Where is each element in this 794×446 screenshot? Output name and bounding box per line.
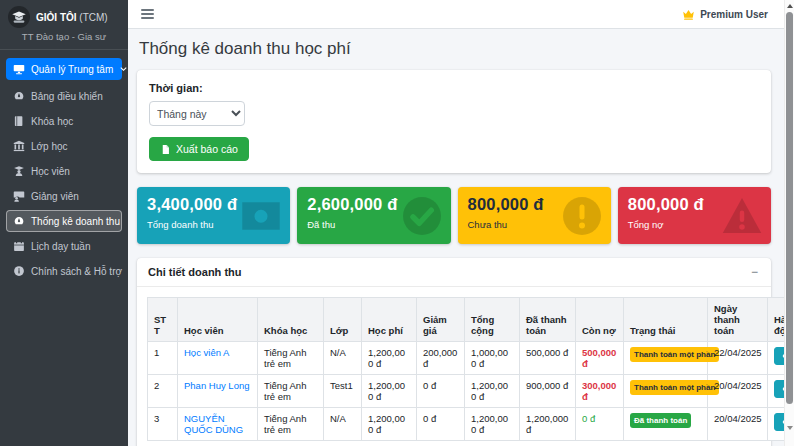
cell-debt: 300,000 đ	[576, 375, 624, 408]
sidebar-item-thong-ke-doanh-thu[interactable]: Thống kê doanh thu	[6, 210, 122, 232]
column-header: Hành động	[768, 298, 785, 342]
revenue-detail-card: Chi tiết doanh thu − STTHọc viênKhóa học…	[137, 258, 771, 446]
sidebar-item-hoc-vien[interactable]: Học viên	[6, 160, 122, 182]
student-link[interactable]: NGUYỄN QUỐC DŨNG	[184, 413, 243, 435]
revenue-detail-card-body: STTHọc viênKhóa họcLớpHọc phíGiảm giáTổn…	[137, 287, 771, 446]
cell-stt: 1	[148, 342, 178, 375]
page-scrollbar[interactable]	[784, 0, 794, 446]
brand: GIỎI TÔI (TCM) TT Đào tạo - Gia sư	[0, 0, 128, 50]
minus-icon: −	[751, 265, 758, 279]
cell-action	[768, 408, 785, 441]
chevron-down-icon	[119, 65, 128, 74]
cell-fee: 1,200,000 đ	[362, 342, 417, 375]
cell-action	[768, 342, 785, 375]
chart-icon	[13, 215, 25, 227]
cell-total: 1,200,000 đ	[465, 375, 520, 408]
sidebar-item-quan-ly-trung-tam[interactable]: Quản lý Trung tâm	[6, 58, 122, 80]
sidebar-item-label: Giảng viên	[31, 191, 79, 202]
cell-total: 1,200,000 đ	[465, 408, 520, 441]
cell-discount: 0 đ	[417, 408, 465, 441]
stat-card-tong-no: 800,000 đTổng nợ	[618, 187, 771, 244]
cell-status: Đã thanh toán	[624, 408, 708, 441]
column-header: Khóa học	[258, 298, 324, 342]
cell-paid: 500,000 đ	[520, 342, 576, 375]
calendar-icon	[13, 240, 25, 252]
export-report-label: Xuất báo cáo	[176, 143, 238, 155]
cell-student: Học viên A	[178, 342, 258, 375]
menu-toggle-button[interactable]	[139, 6, 156, 22]
cell-payment-date: 20/04/2025	[708, 408, 768, 441]
sidebar: GIỎI TÔI (TCM) TT Đào tạo - Gia sư Quản …	[0, 0, 128, 446]
check-circle-icon	[402, 196, 442, 236]
cell-status: Thanh toán một phần	[624, 342, 708, 375]
brand-title: GIỎI TÔI (TCM)	[36, 12, 108, 23]
page-title: Thống kê doanh thu học phí	[139, 39, 771, 59]
sidebar-item-label: Thống kê doanh thu	[31, 216, 120, 227]
revenue-table-body: 1Học viên ATiếng Anh trẻ emN/A1,200,000 …	[148, 342, 785, 441]
desktop-icon	[13, 63, 25, 75]
scroll-up-icon[interactable]	[785, 1, 794, 11]
premium-user-label: Premium User	[700, 9, 768, 20]
brand-subtitle: TT Đào tạo - Gia sư	[8, 31, 120, 42]
scrollbar-thumb[interactable]	[786, 12, 793, 404]
table-row: 2Phan Huy LongTiếng Anh trẻ emTest11,200…	[148, 375, 785, 408]
stat-card-tong-doanh-thu: 3,400,000 đTổng doanh thu	[137, 187, 290, 244]
sidebar-item-label: Học viên	[31, 166, 70, 177]
student-link[interactable]: Học viên A	[184, 347, 229, 358]
view-button[interactable]	[774, 413, 784, 431]
cell-paid: 900,000 đ	[520, 375, 576, 408]
column-header: Học viên	[178, 298, 258, 342]
sidebar-item-lop-hoc[interactable]: Lớp học	[6, 135, 122, 157]
cell-course: Tiếng Anh trẻ em	[258, 342, 324, 375]
scroll-down-icon[interactable]	[785, 423, 794, 433]
cell-discount: 200,000 đ	[417, 342, 465, 375]
export-report-button[interactable]: Xuất báo cáo	[149, 137, 249, 161]
stat-card-chua-thu: 800,000 đChưa thu	[458, 187, 611, 244]
cell-fee: 1,200,000 đ	[362, 408, 417, 441]
sidebar-item-bang-dieu-khien[interactable]: Bảng điều khiển	[6, 85, 122, 107]
view-button[interactable]	[774, 347, 784, 365]
dashboard-icon	[13, 90, 25, 102]
time-filter-select[interactable]: Tháng này	[149, 101, 245, 126]
table-row: 3NGUYỄN QUỐC DŨNGTiếng Anh trẻ emN/A1,20…	[148, 408, 785, 441]
column-header: Trạng thái	[624, 298, 708, 342]
app-window: GIỎI TÔI (TCM) TT Đào tạo - Gia sư Quản …	[0, 0, 794, 446]
status-badge: Thanh toán một phần	[630, 347, 719, 362]
sidebar-item-giang-vien[interactable]: Giảng viên	[6, 185, 122, 207]
cell-fee: 1,200,000 đ	[362, 375, 417, 408]
time-filter-label: Thời gian:	[149, 82, 759, 94]
sidebar-item-label: Bảng điều khiển	[31, 91, 103, 102]
column-header: Giảm giá	[417, 298, 465, 342]
sidebar-item-label: Lịch dạy tuần	[31, 241, 91, 252]
sidebar-item-khoa-hoc[interactable]: Khóa học	[6, 110, 122, 132]
student-link[interactable]: Phan Huy Long	[184, 380, 250, 391]
cell-student: NGUYỄN QUỐC DŨNG	[178, 408, 258, 441]
cell-stt: 3	[148, 408, 178, 441]
student-icon	[13, 165, 25, 177]
cell-student: Phan Huy Long	[178, 375, 258, 408]
topbar: Premium User	[128, 0, 784, 29]
cell-course: Tiếng Anh trẻ em	[258, 408, 324, 441]
brand-logo-graduation-cap-icon	[8, 6, 30, 28]
revenue-table: STTHọc viênKhóa họcLớpHọc phíGiảm giáTổn…	[147, 297, 784, 441]
sidebar-item-label: Lớp học	[31, 141, 68, 152]
sidebar-item-chinh-sach-ho-tro[interactable]: Chính sách & Hỗ trợ	[6, 260, 122, 282]
cell-debt: 500,000 đ	[576, 342, 624, 375]
cell-class: Test1	[324, 375, 362, 408]
revenue-detail-title: Chi tiết doanh thu	[148, 266, 241, 278]
warning-triangle-icon	[722, 196, 762, 236]
file-export-icon	[160, 144, 171, 155]
view-button[interactable]	[774, 380, 784, 398]
filter-card: Thời gian: Tháng này Xuất báo cáo	[137, 70, 771, 173]
sidebar-item-lich-day-tuan[interactable]: Lịch dạy tuần	[6, 235, 122, 257]
cell-course: Tiếng Anh trẻ em	[258, 375, 324, 408]
main-content: Thống kê doanh thu học phí Thời gian: Th…	[128, 29, 784, 446]
sidebar-menu: Quản lý Trung tâmBảng điều khiểnKhóa học…	[0, 50, 128, 290]
collapse-button[interactable]: −	[749, 266, 760, 278]
cell-class: N/A	[324, 342, 362, 375]
column-header: Còn nợ	[576, 298, 624, 342]
table-row: 1Học viên ATiếng Anh trẻ emN/A1,200,000 …	[148, 342, 785, 375]
column-header: Tổng cộng	[465, 298, 520, 342]
cell-paid: 1,200,000 đ	[520, 408, 576, 441]
sidebar-item-label: Khóa học	[31, 116, 73, 127]
